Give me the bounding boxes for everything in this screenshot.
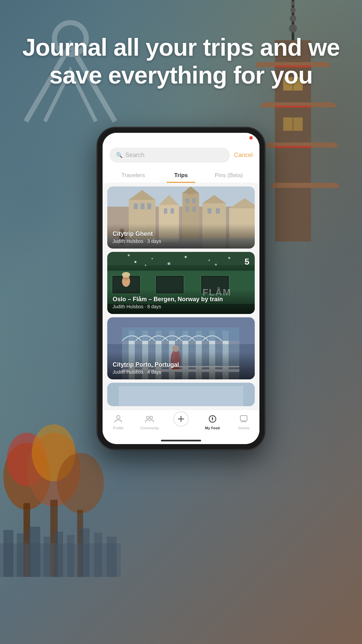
svg-rect-14	[293, 117, 303, 131]
status-bar	[103, 133, 259, 143]
home-indicator	[103, 437, 259, 444]
phone-screen: 🔍 Search Cancel Travelers Trips Pins (Be…	[103, 133, 259, 444]
nav-item-myfeed[interactable]: My Feed	[197, 413, 228, 430]
trips-list: Citytrip Ghent Judith Hulsbos · 3 days	[103, 183, 259, 410]
phone-frame: 🔍 Search Cancel Travelers Trips Pins (Be…	[97, 127, 265, 449]
svg-rect-120	[119, 386, 243, 406]
trip-meta-ghent: Judith Hulsbos · 3 days	[113, 238, 249, 244]
search-area: 🔍 Search Cancel Travelers Trips Pins (Be…	[103, 143, 259, 183]
nav-label-community: Community	[140, 426, 159, 430]
search-placeholder: Search	[125, 152, 144, 159]
headline-section: Journal all your trips and we save every…	[20, 34, 342, 89]
svg-point-123	[150, 416, 153, 419]
svg-point-121	[117, 416, 120, 419]
nav-item-community[interactable]: Community	[134, 413, 166, 430]
svg-point-3	[290, 7, 296, 13]
bottom-nav: Profile Community	[103, 410, 259, 437]
search-icon: 🔍	[116, 152, 123, 158]
nav-icon-stories	[238, 413, 249, 425]
trip-title-ghent: Citytrip Ghent	[113, 230, 249, 237]
trip-title-norway: Oslo – Flåm – Bergen, Norway by train	[113, 296, 249, 303]
tabs-row: Travelers Trips Pins (Beta)	[109, 168, 253, 183]
nav-icon-community	[144, 413, 155, 425]
svg-rect-35	[107, 537, 117, 577]
svg-rect-32	[67, 535, 74, 577]
svg-rect-31	[54, 532, 63, 577]
tab-trips[interactable]: Trips	[157, 168, 205, 183]
nav-icon-myfeed	[207, 413, 218, 425]
nav-label-myfeed: My Feed	[205, 426, 220, 430]
svg-rect-30	[44, 537, 50, 577]
svg-rect-34	[94, 533, 102, 577]
nav-icon-profile	[113, 413, 124, 425]
tab-travelers[interactable]: Travelers	[109, 168, 157, 183]
svg-rect-28	[17, 533, 25, 577]
nav-item-stories[interactable]: Stories	[228, 413, 259, 430]
svg-rect-13	[283, 117, 293, 131]
nav-label-stories: Stories	[238, 426, 249, 430]
add-button[interactable]	[173, 411, 189, 427]
trip-meta-porto: Judith Hulsbos · 4 days	[113, 369, 249, 375]
cancel-button[interactable]: Cancel	[234, 152, 253, 159]
tab-pins[interactable]: Pins (Beta)	[205, 168, 253, 183]
trip-title-porto: Citytrip Porto, Portugal	[113, 361, 249, 368]
svg-rect-16	[275, 106, 311, 108]
status-indicator	[249, 136, 253, 140]
svg-point-22	[57, 453, 104, 513]
trip-card-ghent[interactable]: Citytrip Ghent Judith Hulsbos · 3 days	[107, 186, 255, 249]
search-input-wrap[interactable]: 🔍 Search	[109, 148, 230, 163]
trip-number-norway: 5	[245, 257, 249, 267]
nav-item-add[interactable]	[165, 413, 197, 430]
trip-meta-norway: Judith Hulsbos · 8 days	[113, 304, 249, 309]
nav-label-profile: Profile	[113, 426, 123, 430]
svg-rect-33	[79, 528, 89, 577]
trip-card-info-norway: Oslo – Flåm – Bergen, Norway by train Ju…	[113, 296, 249, 309]
headline-text: Journal all your trips and we save every…	[20, 34, 342, 89]
trip-card-porto[interactable]: Citytrip Porto, Portugal Judith Hulsbos …	[107, 317, 255, 379]
svg-rect-130	[240, 416, 247, 421]
svg-rect-17	[275, 146, 311, 148]
svg-point-122	[146, 416, 149, 419]
svg-rect-27	[3, 530, 13, 577]
svg-point-5	[289, 24, 297, 33]
svg-marker-10	[270, 183, 340, 188]
phone-mockup: 🔍 Search Cancel Travelers Trips Pins (Be…	[97, 127, 265, 449]
trip-card-info-ghent: Citytrip Ghent Judith Hulsbos · 3 days	[113, 230, 249, 244]
svg-rect-29	[28, 527, 40, 577]
search-row: 🔍 Search Cancel	[109, 148, 253, 163]
trip-card-partial[interactable]	[107, 383, 255, 406]
svg-point-2	[291, 1, 295, 5]
home-bar	[161, 440, 201, 441]
trip-card-info-porto: Citytrip Porto, Portugal Judith Hulsbos …	[113, 361, 249, 375]
svg-point-4	[290, 15, 296, 22]
nav-item-profile[interactable]: Profile	[103, 413, 134, 430]
trip-card-norway[interactable]: 5 FLÅM	[107, 252, 255, 314]
svg-point-129	[212, 418, 213, 420]
